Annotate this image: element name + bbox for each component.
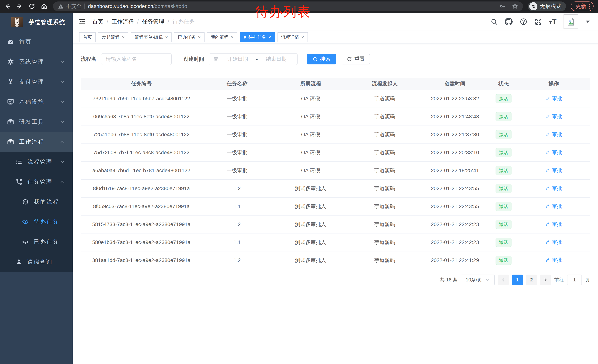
pen-icon xyxy=(545,132,550,137)
status-badge: 激活 xyxy=(496,238,512,247)
incognito-label: 无痕模式 xyxy=(540,3,562,10)
table-row: 069c6a63-7b8a-11ec-8ef0-acde48001122 一级审… xyxy=(81,108,590,126)
tab-首页[interactable]: 首页 xyxy=(79,32,96,42)
approve-link[interactable]: 审批 xyxy=(545,185,562,192)
process-cell: 测试多审批人 xyxy=(272,197,349,215)
reset-button[interactable]: 重置 xyxy=(342,54,370,65)
table-row: 8f059c03-7ac8-11ec-a9e2-a2380e71991a 1.1… xyxy=(81,197,590,215)
search-icon[interactable] xyxy=(490,18,498,25)
starter-cell: 芋道源码 xyxy=(349,251,420,269)
fullscreen-icon[interactable] xyxy=(534,18,542,25)
update-button[interactable]: 更新 xyxy=(571,1,594,11)
approve-link[interactable]: 审批 xyxy=(545,131,562,138)
reload-icon[interactable] xyxy=(29,3,35,10)
status-badge: 激活 xyxy=(496,166,512,175)
annotation-title: 待办列表 xyxy=(255,3,311,21)
status-badge: 激活 xyxy=(496,256,512,265)
list-tree-icon xyxy=(15,158,23,165)
sidebar-toggle[interactable] xyxy=(78,18,86,25)
approve-link[interactable]: 审批 xyxy=(545,113,562,120)
tab-close-icon[interactable]: × xyxy=(301,35,304,40)
sidebar-item-todo-tasks[interactable]: 待办任务 xyxy=(0,212,73,232)
update-label: 更新 xyxy=(576,3,586,10)
breadcrumb-workflow[interactable]: 工作流程 xyxy=(112,18,134,25)
action-cell: 审批 xyxy=(518,179,590,197)
approve-link[interactable]: 审批 xyxy=(545,221,562,228)
column-header: 创建时间 xyxy=(420,78,490,90)
sidebar-item-payment[interactable]: ¥ 支付管理 xyxy=(0,72,73,92)
tab-close-icon[interactable]: × xyxy=(122,35,125,40)
help-icon[interactable] xyxy=(520,18,527,25)
tab-流程表单-编辑[interactable]: 流程表单-编辑× xyxy=(131,32,172,42)
pen-icon xyxy=(545,168,550,173)
page-button-2[interactable]: 2 xyxy=(526,275,537,285)
approve-link[interactable]: 审批 xyxy=(545,203,562,210)
tags-bar: 首页发起流程×流程表单-编辑×已办任务×我的流程×待办任务×流程详情× xyxy=(73,31,598,44)
approve-link[interactable]: 审批 xyxy=(545,95,562,102)
home-icon[interactable] xyxy=(41,3,47,10)
sidebar-item-infrastructure[interactable]: 基础设施 xyxy=(0,92,73,112)
status-badge: 激活 xyxy=(496,220,512,229)
status-badge: 激活 xyxy=(496,130,512,139)
browser-menu-dots-icon[interactable] xyxy=(589,4,590,9)
approve-link[interactable]: 审批 xyxy=(545,149,562,156)
action-cell: 审批 xyxy=(518,108,590,126)
tab-close-icon[interactable]: × xyxy=(268,35,271,40)
tab-close-icon[interactable]: × xyxy=(198,35,201,40)
password-key-icon[interactable] xyxy=(499,3,506,9)
sidebar-item-my-process[interactable]: 我的流程 xyxy=(0,192,73,212)
process-name-input[interactable] xyxy=(101,53,172,65)
sidebar-item-task-management[interactable]: 任务管理 xyxy=(0,172,73,192)
status-badge: 激活 xyxy=(496,94,512,103)
font-size-icon[interactable]: TT xyxy=(549,18,556,26)
sidebar-item-done-tasks[interactable]: 已办任务 xyxy=(0,232,73,252)
bookmark-star-icon[interactable] xyxy=(512,3,518,9)
back-icon[interactable] xyxy=(4,3,11,10)
approve-link[interactable]: 审批 xyxy=(545,167,562,174)
approve-link[interactable]: 审批 xyxy=(545,257,562,264)
tab-label: 流程详情 xyxy=(281,34,299,40)
incognito-badge: 无痕模式 xyxy=(528,1,566,11)
search-button[interactable]: 搜索 xyxy=(307,54,336,65)
prev-page-button[interactable] xyxy=(498,275,509,285)
status-badge: 激活 xyxy=(496,112,512,121)
tab-我的流程[interactable]: 我的流程× xyxy=(207,32,237,42)
next-page-button[interactable] xyxy=(540,275,551,285)
page-button-1[interactable]: 1 xyxy=(512,275,523,285)
sidebar-item-process-management[interactable]: 流程管理 xyxy=(0,152,73,172)
date-range-picker[interactable]: 开始日期 - 结束日期 xyxy=(209,53,298,65)
sidebar-item-workflow[interactable]: 工作流程 xyxy=(0,132,73,152)
starter-cell: 芋道源码 xyxy=(349,126,420,144)
task-name-cell: 1.1 xyxy=(202,233,272,251)
forward-icon[interactable] xyxy=(16,3,23,10)
process-cell: OA 请假 xyxy=(272,90,349,108)
tab-已办任务[interactable]: 已办任务× xyxy=(174,32,204,42)
create-time-cell: 2022-01-22 23:53:32 xyxy=(420,90,490,108)
sidebar-item-home[interactable]: 首页 xyxy=(0,32,73,52)
tab-close-icon[interactable]: × xyxy=(231,35,234,40)
calendar-icon xyxy=(213,56,219,62)
logo-image xyxy=(11,17,23,27)
tab-close-icon[interactable]: × xyxy=(165,35,168,40)
pen-icon xyxy=(545,114,550,119)
sidebar-item-dev-tools[interactable]: 研发工具 xyxy=(0,112,73,132)
sidebar-item-system[interactable]: 系统管理 xyxy=(0,52,73,72)
tab-发起流程[interactable]: 发起流程× xyxy=(98,32,128,42)
create-time-cell: 2022-01-21 22:42:23 xyxy=(420,233,490,251)
sidebar-item-leave-query[interactable]: 请假查询 xyxy=(0,252,73,272)
active-tab-dot-icon xyxy=(244,36,246,39)
avatar[interactable] xyxy=(564,15,578,29)
tab-流程详情[interactable]: 流程详情× xyxy=(277,32,308,42)
github-icon[interactable] xyxy=(505,18,513,25)
action-cell: 审批 xyxy=(518,126,590,144)
breadcrumb-task-management[interactable]: 任务管理 xyxy=(142,18,164,25)
yen-icon: ¥ xyxy=(6,78,15,85)
goto-page-input[interactable] xyxy=(567,275,582,285)
breadcrumb-home[interactable]: 首页 xyxy=(92,18,103,25)
task-table: 任务编号任务名称所属流程流程发起人创建时间状态操作 73211d9d-7b9b-… xyxy=(81,78,590,269)
approve-link[interactable]: 审批 xyxy=(545,239,562,246)
page-size-select[interactable]: 10条/页 xyxy=(461,275,495,285)
starter-cell: 芋道源码 xyxy=(349,215,420,233)
tab-待办任务[interactable]: 待办任务× xyxy=(240,32,275,42)
avatar-caret-icon[interactable] xyxy=(586,21,590,23)
